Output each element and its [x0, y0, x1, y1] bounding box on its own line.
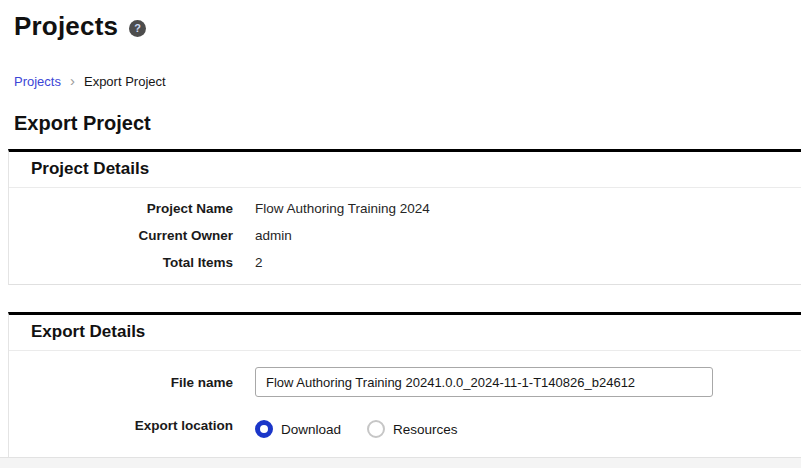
radio-option-resources[interactable]: Resources: [367, 420, 458, 438]
total-items-value: 2: [255, 255, 263, 270]
total-items-label: Total Items: [9, 255, 233, 270]
project-name-label: Project Name: [9, 201, 233, 216]
radio-resources-label: Resources: [393, 422, 458, 437]
breadcrumb-link-projects[interactable]: Projects: [14, 74, 61, 89]
current-owner-value: admin: [255, 228, 292, 243]
field-row-total-items: Total Items 2: [9, 255, 801, 270]
field-row-file-name: File name: [9, 367, 801, 397]
file-name-label: File name: [9, 375, 233, 390]
export-details-title: Export Details: [9, 315, 801, 351]
file-name-input[interactable]: [255, 367, 713, 397]
field-row-current-owner: Current Owner admin: [9, 228, 801, 243]
export-project-heading: Export Project: [0, 112, 801, 135]
breadcrumb-current: Export Project: [84, 74, 166, 89]
project-details-body: Project Name Flow Authoring Training 202…: [9, 188, 801, 284]
radio-resources-icon[interactable]: [367, 420, 385, 438]
footer-strip: [0, 457, 801, 468]
field-row-export-location: Export location Download Resources: [9, 418, 801, 438]
project-details-title: Project Details: [9, 152, 801, 188]
export-location-label: Export location: [9, 418, 233, 433]
app-header: Projects ?: [0, 0, 801, 42]
export-location-radio-group: Download Resources: [255, 420, 484, 438]
help-icon[interactable]: ?: [129, 20, 146, 37]
export-details-body: File name Export location Download Resou…: [9, 351, 801, 468]
radio-download-label: Download: [281, 422, 341, 437]
breadcrumb: Projects › Export Project: [0, 72, 801, 91]
export-details-panel: Export Details File name Export location…: [8, 312, 801, 468]
chevron-right-icon: ›: [70, 72, 75, 89]
radio-option-download[interactable]: Download: [255, 420, 341, 438]
project-name-value: Flow Authoring Training 2024: [255, 201, 430, 216]
radio-download-icon[interactable]: [255, 420, 273, 438]
project-details-panel: Project Details Project Name Flow Author…: [8, 149, 801, 285]
page: Projects ? Projects › Export Project Exp…: [0, 0, 801, 468]
field-row-project-name: Project Name Flow Authoring Training 202…: [9, 201, 801, 216]
page-title: Projects: [14, 11, 118, 42]
current-owner-label: Current Owner: [9, 228, 233, 243]
